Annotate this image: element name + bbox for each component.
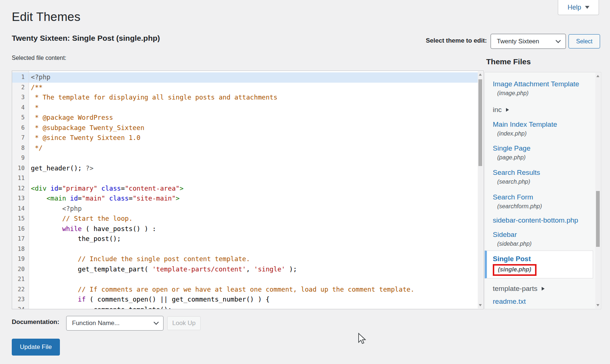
code-text: * xyxy=(29,103,478,113)
line-number: 23 xyxy=(12,295,29,305)
editor-scrollbar[interactable] xyxy=(478,71,483,309)
chevron-down-icon xyxy=(556,38,561,43)
select-theme-button[interactable]: Select xyxy=(568,34,600,48)
line-number: 10 xyxy=(12,163,29,174)
line-number: 7 xyxy=(12,133,29,143)
line-number: 9 xyxy=(12,153,29,163)
code-line[interactable]: 2/** xyxy=(12,83,478,93)
theme-files-list: Image Attachment Template(image.php)incM… xyxy=(485,72,595,309)
theme-file-link[interactable]: Search Results xyxy=(493,168,540,177)
theme-file-item: Single Page(page.php) xyxy=(493,144,595,161)
theme-file-link[interactable]: Single Page xyxy=(493,144,530,152)
theme-file-link[interactable]: Sidebar xyxy=(493,230,517,239)
theme-file-link[interactable]: readme.txt xyxy=(493,297,526,306)
code-line[interactable]: 5 * @package WordPress xyxy=(12,113,478,123)
code-line[interactable]: 15 // Start the loop. xyxy=(12,214,478,224)
line-number: 21 xyxy=(12,274,29,285)
scroll-up-icon[interactable] xyxy=(596,75,599,77)
code-line[interactable]: 9 xyxy=(12,153,478,163)
theme-file-name: (index.php) xyxy=(497,130,595,137)
code-editor[interactable]: 1<?php2/**3 * The template for displayin… xyxy=(12,71,484,309)
theme-file-link[interactable]: Image Attachment Template xyxy=(493,80,579,88)
theme-file-name: (single.php) xyxy=(493,264,593,276)
code-text: /** xyxy=(29,83,478,93)
line-number: 16 xyxy=(12,224,29,234)
code-text: comments_template(); xyxy=(29,305,478,310)
code-line[interactable]: 12<div id="primary" class="content-area"… xyxy=(12,184,478,194)
code-line[interactable]: 13 <main id="main" class="site-main"> xyxy=(12,194,478,204)
page-title: Edit Themes xyxy=(12,10,80,24)
code-line[interactable]: 14 <?php xyxy=(12,204,478,214)
scroll-up-icon[interactable] xyxy=(479,73,482,76)
theme-select-dropdown[interactable]: Twenty Sixteen xyxy=(491,34,566,49)
sidebar-scrollbar-thumb[interactable] xyxy=(596,191,600,247)
theme-file-link[interactable]: sidebar-content-bottom.php xyxy=(493,216,578,224)
mouse-cursor xyxy=(358,333,366,345)
line-number: 4 xyxy=(12,103,29,113)
code-text xyxy=(29,244,478,255)
code-text: * @subpackage Twenty_Sixteen xyxy=(29,123,478,133)
folder-label: inc xyxy=(493,105,502,114)
line-number: 12 xyxy=(12,184,29,194)
code-line[interactable]: 7 * @since Twenty Sixteen 1.0 xyxy=(12,133,478,143)
theme-file-name: (page.php) xyxy=(497,154,595,161)
code-text: // Include the single post content templ… xyxy=(29,254,478,264)
code-line[interactable]: 16 while ( have_posts() ) : xyxy=(12,224,478,234)
scroll-down-icon[interactable] xyxy=(596,304,599,306)
chevron-right-icon xyxy=(542,287,545,291)
chevron-down-icon xyxy=(154,320,159,325)
code-line[interactable]: 19 // Include the single post content te… xyxy=(12,254,478,264)
theme-file-item: Search Form(searchform.php) xyxy=(493,193,595,210)
line-number: 8 xyxy=(12,143,29,154)
line-number: 20 xyxy=(12,264,29,275)
sidebar-scrollbar[interactable] xyxy=(595,73,600,309)
editor-scrollbar-thumb[interactable] xyxy=(478,79,482,166)
theme-files-heading: Theme Files xyxy=(486,57,531,66)
theme-file-item: sidebar-content-bottom.php xyxy=(493,216,595,224)
theme-file-link[interactable]: Main Index Template xyxy=(493,120,557,129)
code-line[interactable]: 20 get_template_part( 'template-parts/co… xyxy=(12,264,478,275)
theme-folder-template-parts[interactable]: template-parts xyxy=(493,284,595,293)
code-lines: 1<?php2/**3 * The template for displayin… xyxy=(12,72,478,309)
line-number: 18 xyxy=(12,244,29,255)
code-text: * @since Twenty Sixteen 1.0 xyxy=(29,133,478,143)
line-number: 5 xyxy=(12,113,29,123)
select-theme-label: Select theme to edit: xyxy=(426,37,487,44)
code-text: <?php xyxy=(29,72,478,83)
code-line[interactable]: 10get_header(); ?> xyxy=(12,163,478,174)
code-line[interactable]: 23 if ( comments_open() || get_comments_… xyxy=(12,295,478,305)
code-line[interactable]: 22 // If comments are open or we have at… xyxy=(12,285,478,295)
update-file-button[interactable]: Update File xyxy=(12,339,60,356)
code-line[interactable]: 11 xyxy=(12,173,478,184)
code-text: if ( comments_open() || get_comments_num… xyxy=(29,295,478,305)
theme-folder-inc[interactable]: inc xyxy=(493,105,595,114)
scroll-down-icon[interactable] xyxy=(479,304,482,306)
code-line[interactable]: 17 the_post(); xyxy=(12,234,478,244)
help-label: Help xyxy=(567,4,581,11)
code-text xyxy=(29,274,478,285)
code-line[interactable]: 6 * @subpackage Twenty_Sixteen xyxy=(12,123,478,133)
line-number: 22 xyxy=(12,285,29,295)
theme-file-link[interactable]: Search Form xyxy=(493,193,533,201)
code-line[interactable]: 4 * xyxy=(12,103,478,113)
selected-file-content-label: Selected file content: xyxy=(12,55,67,61)
code-line[interactable]: 21 xyxy=(12,274,478,285)
code-text: // Start the loop. xyxy=(29,214,478,224)
look-up-button[interactable]: Look Up xyxy=(167,316,201,330)
code-line[interactable]: 24 comments_template(); xyxy=(12,305,478,310)
theme-file-link[interactable]: Single Post xyxy=(493,255,531,263)
code-line[interactable]: 8 */ xyxy=(12,143,478,154)
help-tab[interactable]: Help xyxy=(558,0,599,15)
theme-file-item: Image Attachment Template(image.php) xyxy=(493,80,595,97)
line-number: 6 xyxy=(12,123,29,133)
code-line[interactable]: 1<?php xyxy=(12,72,478,83)
code-line[interactable]: 3 * The template for displaying all sing… xyxy=(12,93,478,103)
file-title: Twenty Sixteen: Single Post (single.php) xyxy=(12,34,160,43)
code-line[interactable]: 18 xyxy=(12,244,478,255)
line-number: 14 xyxy=(12,204,29,214)
code-text: the_post(); xyxy=(29,234,478,244)
documentation-select[interactable]: Function Name... xyxy=(66,316,164,331)
code-text xyxy=(29,153,478,163)
code-text: <?php xyxy=(29,204,478,214)
theme-files-panel: Image Attachment Template(image.php)incM… xyxy=(484,72,601,309)
